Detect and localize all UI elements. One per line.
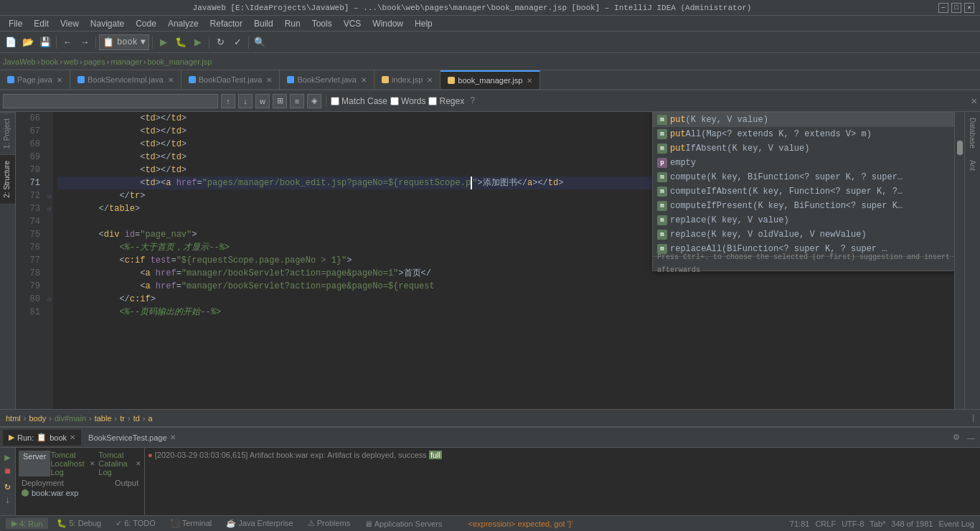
event-log-button[interactable]: Event Log: [938, 520, 974, 528]
ac-item-replace1[interactable]: m replace(K key, V value) V: [653, 213, 954, 227]
editor-scrollbar[interactable]: [954, 112, 964, 409]
save-button[interactable]: 💾: [37, 34, 53, 50]
forward-button[interactable]: →: [77, 34, 93, 50]
new-file-button[interactable]: 📄: [3, 34, 19, 50]
ac-item-computeifpresent[interactable]: m computeIfPresent(K key, BiFunction<? s…: [653, 199, 954, 213]
open-button[interactable]: 📂: [20, 34, 36, 50]
menu-navigate[interactable]: Navigate: [85, 16, 130, 32]
find-help-icon[interactable]: ?: [470, 96, 475, 106]
run-button[interactable]: ▶: [190, 34, 206, 50]
fold-68[interactable]: [44, 138, 53, 151]
app-servers-button[interactable]: 🖥 Application Servers: [359, 519, 448, 529]
find-options-button[interactable]: ≡: [290, 94, 304, 108]
menu-run[interactable]: Run: [279, 16, 306, 32]
nav-web[interactable]: web: [64, 57, 78, 66]
tab-bookdaotest[interactable]: BookDaoTest.java ✕: [182, 70, 281, 89]
ac-item-replace2[interactable]: m replace(K key, V oldValue, V newValue)…: [653, 227, 954, 242]
match-case-checkbox[interactable]: [331, 97, 339, 105]
close-bookservicetest-tab[interactable]: ✕: [170, 433, 176, 441]
tab-bookserviceimpl[interactable]: BookServiceImpl.java ✕: [70, 70, 182, 89]
debug-button[interactable]: 🐛: [173, 34, 189, 50]
fold-80[interactable]: ◁: [44, 293, 53, 306]
debug-5-button[interactable]: 🐛 5: Debug: [51, 518, 107, 529]
close-localhost-tab[interactable]: ✕: [90, 460, 95, 467]
regex-label[interactable]: Regex: [428, 96, 464, 106]
problems-button[interactable]: ⚠ Problems: [302, 518, 357, 529]
run-scroll-button[interactable]: ↓: [1, 494, 14, 507]
ant-tab[interactable]: Ant: [966, 154, 979, 177]
vcs-commit-button[interactable]: ✓: [230, 34, 245, 50]
fold-67[interactable]: [44, 125, 53, 138]
todo-6-button[interactable]: ✓ 6: TODO: [110, 518, 161, 529]
menu-code[interactable]: Code: [130, 16, 162, 32]
ac-item-putall[interactable]: m putAll(Map<? extends K, ? extends V> m…: [653, 127, 954, 141]
nav-javaweb[interactable]: JavaWeb: [3, 57, 36, 66]
find-filter-button[interactable]: ⊞: [273, 94, 287, 108]
find-highlight-button[interactable]: ◈: [307, 94, 321, 108]
structure-tab[interactable]: 2: Structure: [0, 154, 15, 204]
tab-bookmanagerjsp[interactable]: book_manager.jsp ✕: [440, 70, 540, 89]
close-find-button[interactable]: ✕: [971, 95, 977, 107]
ac-item-put[interactable]: m put(K key, V value) V: [653, 113, 954, 127]
fold-69[interactable]: [44, 151, 53, 164]
close-tab-icon[interactable]: ✕: [427, 76, 433, 84]
tab-page-java[interactable]: Page.java ✕: [0, 70, 70, 89]
regex-checkbox[interactable]: [428, 97, 437, 105]
tomcat-localhost-tab[interactable]: Tomcat Localhost Log: [50, 451, 87, 476]
close-catalina-tab[interactable]: ✕: [136, 460, 141, 467]
nav-pages[interactable]: pages: [84, 57, 105, 66]
ac-item-empty[interactable]: p empty boolean: [653, 156, 954, 170]
nav-manager[interactable]: manager: [110, 57, 141, 66]
tab-bookservlet[interactable]: BookServlet.java ✕: [280, 70, 374, 89]
scrollbar-thumb[interactable]: [957, 141, 963, 155]
fold-66[interactable]: [44, 112, 53, 125]
tab-indexjsp[interactable]: index.jsp ✕: [374, 70, 440, 89]
fold-79[interactable]: [44, 280, 53, 293]
find-prev-button[interactable]: ↑: [221, 94, 235, 108]
close-tab-icon[interactable]: ✕: [266, 76, 272, 84]
menu-window[interactable]: Window: [367, 16, 409, 32]
code-area[interactable]: <td></td> <td></td> <td></td> <td></td>: [53, 112, 954, 409]
close-tab-icon[interactable]: ✕: [57, 76, 62, 84]
menu-vcs[interactable]: VCS: [338, 16, 367, 32]
find-input[interactable]: [3, 94, 218, 108]
close-run-tab[interactable]: ✕: [70, 433, 75, 441]
find-next-button[interactable]: ↓: [238, 94, 253, 108]
ac-item-putifabsent[interactable]: m putIfAbsent(K key, V value) V: [653, 141, 954, 156]
settings-tool-button[interactable]: ⚙: [950, 431, 963, 444]
minimize-tool-button[interactable]: —: [964, 431, 977, 444]
fold-75[interactable]: [44, 228, 53, 241]
bookservicetest-tab[interactable]: BookServiceTest.page ✕: [83, 430, 181, 446]
menu-tools[interactable]: Tools: [306, 16, 338, 32]
menu-help[interactable]: Help: [409, 16, 438, 32]
run-4-button[interactable]: ▶ 4: Run: [6, 518, 48, 529]
close-tab-icon[interactable]: ✕: [527, 77, 532, 85]
search-everywhere-button[interactable]: 🔍: [252, 34, 268, 50]
words-checkbox[interactable]: [390, 97, 399, 105]
fold-78[interactable]: [44, 267, 53, 280]
close-button[interactable]: ✕: [964, 3, 974, 13]
run-config-dropdown[interactable]: 📋 book ▼: [99, 34, 149, 50]
close-tab-icon[interactable]: ✕: [361, 76, 367, 84]
vcs-update-button[interactable]: ↻: [212, 34, 228, 50]
menu-file[interactable]: File: [3, 16, 28, 32]
match-case-label[interactable]: Match Case: [331, 96, 387, 106]
terminal-button[interactable]: ⬛ Terminal: [164, 518, 217, 529]
ac-item-computeifabsent[interactable]: m computeIfAbsent(K key, Function<? supe…: [653, 184, 954, 199]
menu-refactor[interactable]: Refactor: [204, 16, 248, 32]
nav-file[interactable]: book_manager.jsp: [147, 57, 212, 66]
fold-70[interactable]: [44, 164, 53, 177]
maximize-button[interactable]: □: [951, 3, 961, 13]
fold-74[interactable]: [44, 215, 53, 228]
menu-build[interactable]: Build: [248, 16, 279, 32]
nav-book[interactable]: book: [41, 57, 58, 66]
tomcat-catalina-tab[interactable]: Tomcat Catalina Log: [98, 451, 133, 476]
ac-item-compute[interactable]: m compute(K key, BiFunction<? super K, ?…: [653, 170, 954, 184]
close-tab-icon[interactable]: ✕: [168, 76, 174, 84]
run-rerun-button[interactable]: ↻: [1, 479, 14, 492]
project-tab[interactable]: 1: Project: [0, 112, 15, 154]
fold-73[interactable]: ◁: [44, 202, 53, 215]
build-button[interactable]: ▶: [156, 34, 171, 50]
run-stop-button[interactable]: ■: [1, 465, 14, 478]
menu-edit[interactable]: Edit: [28, 16, 55, 32]
